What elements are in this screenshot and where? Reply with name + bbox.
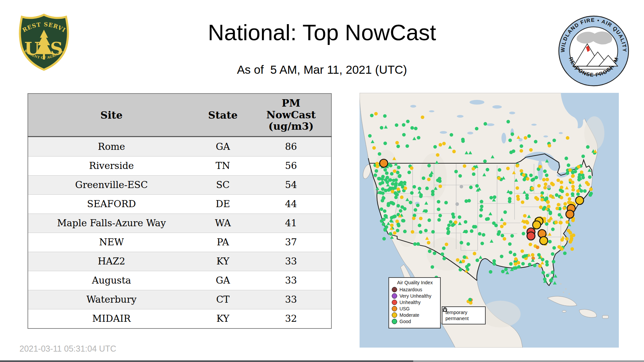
monitor-dot [454,221,458,224]
aqi-label: Very Unhealthy [399,293,431,299]
monitor-dot [463,255,466,259]
monitor-dot [560,247,564,251]
monitor-dot [482,233,485,237]
monitor-dot [393,231,396,235]
monitor-dot [489,196,493,200]
monitor-dot [546,274,549,278]
monitor-dot [410,191,414,195]
aqi-color-swatch [392,312,397,318]
monitor-dot [419,230,423,234]
cell-value: 86 [251,137,331,157]
monitor-dot [438,214,442,218]
monitor-dot [378,152,381,156]
monitor-dot [534,140,538,143]
monitor-dot [514,257,518,261]
monitor-dot [395,193,399,196]
monitor-dot [409,201,413,204]
monitor-dot [442,257,446,260]
monitor-dot [381,191,385,195]
monitor-dot [512,149,516,153]
monitor-dot [549,194,553,198]
monitor-dot [506,120,510,124]
monitor-dot [437,200,440,204]
cell-site: SEAFORD [28,194,195,214]
monitor-dot [385,180,389,184]
monitor-dot [586,183,590,186]
monitor-dot [551,270,554,274]
cell-value: 33 [251,290,331,309]
monitor-dot [549,212,552,215]
monitor-dot [544,182,547,186]
monitor-dot [442,246,446,250]
monitor-dot [384,189,388,192]
monitor-dot [492,262,496,266]
monitor-dot [399,209,402,213]
monitor-dot [461,138,465,141]
monitor-dot [445,243,448,246]
top-site-marker [566,210,574,218]
monitor-dot [465,265,469,269]
monitor-dot [588,175,592,179]
monitor-dot [382,237,386,241]
aqi-legend-item: Moderate [392,312,438,318]
monitor-dot [552,260,555,263]
monitor-dot [414,208,417,212]
monitor-dot [520,149,523,153]
monitor-dot [414,127,418,130]
monitor-dot [546,200,550,204]
aqi-legend-item: Good [392,319,438,324]
monitor-dot [374,173,377,177]
monitor-dot [511,132,514,136]
cell-value: 32 [251,309,331,328]
monitor-dot [396,187,400,191]
monitor-dot [428,219,431,222]
monitor-dot [516,164,519,168]
monitor-dot [433,145,437,149]
monitor-dot [564,202,567,206]
monitor-dot [450,133,453,137]
generated-timestamp: 2021-03-11 05:31:04 UTC [19,344,116,354]
monitor-dot [548,240,552,244]
cell-value: 37 [251,233,331,252]
monitor-dot [566,136,570,140]
monitor-dot [438,177,441,181]
monitor-dot [556,178,560,182]
table-row: SEAFORDDE44 [28,194,331,214]
monitor-dot [555,206,559,210]
monitor-dot [419,195,423,198]
monitor-dot [439,143,442,147]
monitor-dot [536,197,539,201]
monitor-dot [374,112,378,116]
monitor-dot [581,155,585,158]
monitor-dot [538,264,542,268]
top-site-marker [533,221,541,229]
aqi-color-swatch [392,300,397,305]
legend-permanent: permanent [445,316,483,321]
table-row: HAZ2KY33 [28,252,331,271]
table-header-row: Site State PM NowCast (ug/m3) [28,94,331,137]
monitor-dot [402,123,406,127]
cell-state: PA [195,233,251,252]
monitor-dot [458,216,462,219]
monitor-dot [559,221,563,225]
monitor-dot [523,254,527,258]
monitor-dot [508,200,512,203]
monitor-dot [529,243,532,246]
monitor-dot [479,214,483,218]
monitor-dot [483,160,487,163]
monitor-dot [503,210,507,214]
monitor-dot [375,169,378,173]
monitor-dot [526,177,530,181]
monitor-dot [545,178,549,181]
aqi-label: Unhealthy [399,300,421,305]
cell-site: Maple Falls-Azure Way [28,214,195,233]
cell-state: SC [195,175,251,194]
monitor-dot [503,222,506,226]
monitor-dot [431,230,435,234]
aqi-legend-items: HazardousVery UnhealthyUnhealthyUSGModer… [392,287,438,324]
monitor-dot [447,230,450,234]
table-row: MIDAIRKY32 [28,309,331,328]
monitor-dot [438,185,442,188]
monitor-dot [568,197,572,201]
monitor-dot [524,136,527,140]
